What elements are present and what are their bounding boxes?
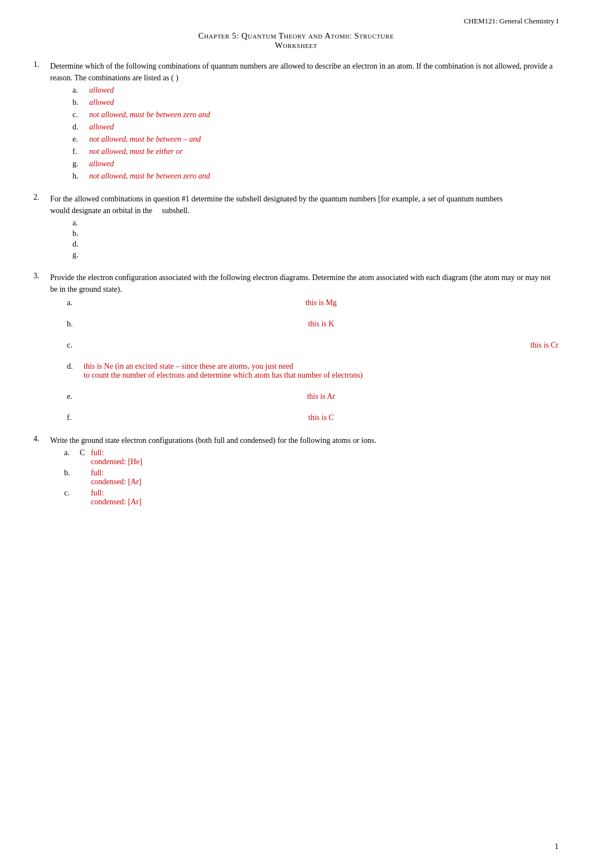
q4a-label: a. [64, 449, 80, 457]
list-item: a. this is Mg [67, 298, 559, 307]
chapter-title: Chapter 5: Quantum Theory and Atomic Str… [33, 31, 559, 41]
q1b-answer: allowed [89, 98, 114, 107]
list-item: c. full: condensed: [Ar] [64, 489, 559, 507]
q4c-full-label: full: [91, 489, 142, 498]
q3f-answer: this is C [84, 413, 559, 422]
question-1: 1. Determine which of the following comb… [33, 60, 559, 181]
list-item: b. allowed [72, 98, 559, 107]
list-item: b. [72, 229, 559, 238]
q1a-label: a. [72, 86, 89, 95]
q1c-answer: not allowed, must be between zero and [89, 110, 210, 119]
q3d-answer-line1: this is Ne (in an excited state – since … [84, 362, 293, 370]
q4c-label: c. [64, 489, 80, 498]
q4a-values: full: condensed: [He] [91, 449, 142, 466]
q3e-answer: this is Ar [84, 392, 559, 401]
q3e-label: e. [67, 392, 84, 401]
q1f-answer: not allowed, must be either or [89, 147, 183, 156]
q1-number: 1. [33, 60, 50, 69]
q3d-answer-line2: to count the number of electrons and det… [84, 371, 363, 379]
list-item: d. allowed [72, 123, 559, 132]
list-item: c. this is Cr [67, 341, 559, 350]
q4b-label: b. [64, 469, 80, 478]
q2-sub-items: a. b. d. g. [72, 219, 559, 259]
q3a-content: this is Mg [84, 298, 559, 307]
q1f-label: f. [72, 147, 89, 156]
q4a-full-label: full: [91, 449, 142, 457]
q4c-values: full: condensed: [Ar] [91, 489, 142, 507]
q3d-label: d. [67, 362, 84, 371]
q3b-answer: this is K [84, 320, 559, 329]
q3f-label: f. [67, 413, 84, 422]
title-block: Chapter 5: Quantum Theory and Atomic Str… [33, 31, 559, 50]
question-4: 4. Write the ground state electron confi… [33, 435, 559, 507]
q1a-answer: allowed [89, 86, 114, 95]
q1g-label: g. [72, 160, 89, 168]
q4-number: 4. [33, 435, 50, 443]
q3b-content: this is K [84, 320, 559, 329]
worksheet-label: Worksheet [33, 41, 559, 50]
list-item: g. allowed [72, 160, 559, 168]
list-item: d. this is Ne (in an excited state – sin… [67, 362, 559, 380]
q4b-full-label: full: [91, 469, 142, 478]
list-item: e. this is Ar [67, 392, 559, 401]
q3d-content: this is Ne (in an excited state – since … [84, 362, 559, 380]
course-label: CHEM121: General Chemistry I [33, 17, 559, 26]
list-item: d. [72, 240, 559, 249]
q3e-content: this is Ar [84, 392, 559, 401]
list-item: b. this is K [67, 320, 559, 329]
q3-text: Provide the electron configuration assoc… [50, 272, 559, 295]
q1-text: Determine which of the following combina… [50, 60, 559, 84]
q3c-content: this is Cr [84, 341, 559, 350]
q1b-label: b. [72, 98, 89, 107]
q3c-answer: this is Cr [84, 341, 559, 350]
q1h-answer: not allowed, must be between zero and [89, 172, 210, 181]
list-item: f. not allowed, must be either or [72, 147, 559, 156]
q3-number: 3. [33, 272, 50, 281]
q4c-condensed: condensed: [Ar] [91, 498, 142, 507]
question-3: 3. Provide the electron configuration as… [33, 272, 559, 422]
list-item: h. not allowed, must be between zero and [72, 172, 559, 181]
list-item: a. C full: condensed: [He] [64, 449, 559, 466]
q4-text: Write the ground state electron configur… [50, 435, 559, 446]
q3a-label: a. [67, 298, 84, 307]
q3c-label: c. [67, 341, 84, 350]
q3-sub-items: a. this is Mg b. this is K c. this is Cr… [67, 298, 559, 422]
q1c-label: c. [72, 110, 89, 119]
q1e-answer: not allowed, must be between – and [89, 135, 201, 144]
q4b-condensed: condensed: [Ar] [91, 478, 142, 486]
q4b-values: full: condensed: [Ar] [91, 469, 142, 486]
question-2: 2. For the allowed combinations in quest… [33, 193, 559, 259]
list-item: e. not allowed, must be between – and [72, 135, 559, 144]
page-number: 1 [555, 842, 559, 851]
list-item: a. [72, 219, 559, 228]
list-item: b. full: condensed: [Ar] [64, 469, 559, 486]
q4a-element: C [80, 449, 91, 457]
q2-text: For the allowed combinations in question… [50, 193, 559, 216]
q1e-label: e. [72, 135, 89, 144]
q1d-label: d. [72, 123, 89, 132]
q1g-answer: allowed [89, 160, 114, 168]
list-item: a. allowed [72, 86, 559, 95]
list-item: f. this is C [67, 413, 559, 422]
q1d-answer: allowed [89, 123, 114, 132]
q1h-label: h. [72, 172, 89, 181]
list-item: c. not allowed, must be between zero and [72, 110, 559, 119]
q4-sub-items: a. C full: condensed: [He] b. full: cond… [64, 449, 559, 507]
list-item: g. [72, 250, 559, 259]
q2-number: 2. [33, 193, 50, 202]
q1-sub-items: a. allowed b. allowed c. not allowed, mu… [72, 86, 559, 181]
q4a-condensed: condensed: [He] [91, 457, 142, 466]
q3a-answer: this is Mg [84, 298, 559, 307]
q3b-label: b. [67, 320, 84, 329]
q3f-content: this is C [84, 413, 559, 422]
